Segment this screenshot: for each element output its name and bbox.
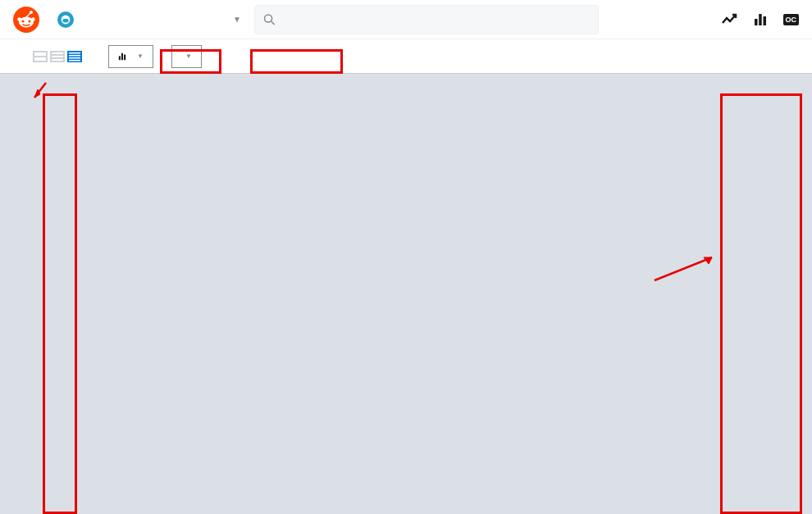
svg-rect-15 — [34, 57, 46, 61]
svg-rect-11 — [755, 19, 758, 25]
reddit-logo[interactable] — [13, 7, 44, 33]
svg-rect-16 — [52, 52, 63, 54]
sort-time-button[interactable]: ▼ — [171, 45, 202, 68]
svg-line-28 — [655, 257, 712, 280]
subreddit-icon — [57, 11, 74, 28]
svg-marker-27 — [34, 89, 40, 98]
chevron-down-icon: ▼ — [137, 52, 144, 60]
sort-toolbar: ▼ ▼ — [0, 39, 812, 74]
svg-rect-25 — [124, 54, 125, 60]
header-icons: OC — [721, 11, 800, 28]
svg-rect-24 — [121, 52, 123, 59]
svg-point-3 — [28, 20, 30, 22]
svg-marker-29 — [704, 257, 712, 264]
svg-rect-17 — [52, 56, 63, 57]
svg-point-2 — [21, 20, 24, 22]
svg-rect-23 — [119, 56, 121, 60]
view-mode-buttons — [33, 51, 82, 62]
search-input[interactable] — [281, 13, 590, 26]
search-bar[interactable] — [254, 5, 599, 34]
view-compact-button[interactable] — [67, 51, 82, 62]
svg-rect-13 — [763, 16, 766, 25]
svg-point-8 — [62, 18, 68, 22]
snoo-icon — [13, 7, 39, 33]
svg-rect-18 — [52, 59, 63, 61]
view-classic-button[interactable] — [50, 51, 65, 62]
svg-point-5 — [31, 17, 34, 20]
chevron-down-icon: ▼ — [185, 52, 193, 60]
svg-rect-12 — [759, 14, 762, 25]
svg-rect-21 — [69, 57, 80, 59]
trending-icon[interactable] — [721, 11, 737, 28]
svg-rect-22 — [69, 60, 80, 61]
stats-icon[interactable] — [752, 11, 769, 28]
svg-line-10 — [271, 21, 275, 25]
svg-rect-20 — [69, 55, 80, 57]
sort-top-button[interactable]: ▼ — [108, 45, 153, 68]
oc-badge[interactable]: OC — [783, 14, 800, 25]
bars-icon — [117, 52, 127, 61]
subreddit-selector[interactable]: ▼ — [51, 8, 248, 31]
svg-line-26 — [34, 83, 46, 98]
view-card-button[interactable] — [33, 51, 48, 62]
search-icon — [263, 13, 276, 26]
svg-point-4 — [17, 17, 21, 20]
top-header: ▼ OC — [0, 0, 812, 39]
svg-rect-14 — [34, 52, 46, 56]
chevron-down-icon: ▼ — [233, 15, 241, 24]
svg-rect-19 — [69, 52, 80, 54]
svg-point-9 — [265, 14, 272, 21]
